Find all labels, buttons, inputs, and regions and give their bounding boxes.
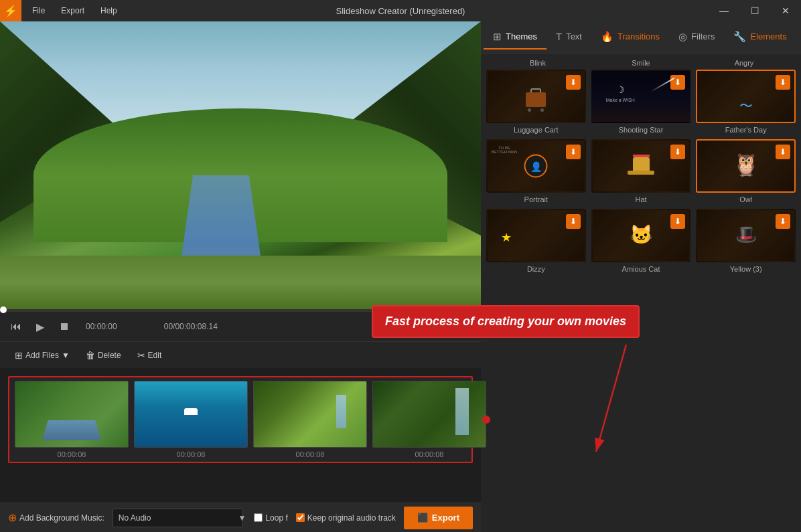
menu-export[interactable]: Export [56, 3, 90, 18]
shooting-star-icon: ☽ Make a WISH [606, 84, 635, 102]
yellow-icon: 🎩 [735, 224, 757, 245]
theme-item-luggage-cart[interactable]: ⬇ Luggage Cart [486, 70, 586, 134]
add-files-label: Add Files [25, 351, 59, 360]
theme-name-hat: Hat [635, 195, 646, 203]
play-prev-button[interactable]: ⏮ [8, 319, 24, 335]
download-badge-6: ⬇ [776, 145, 790, 159]
titlebar: ⚡ File Export Help Slideshow Creator (Un… [0, 0, 801, 21]
menu-file[interactable]: File [27, 3, 50, 18]
close-button[interactable]: ✕ [770, 0, 801, 21]
minimize-button[interactable]: — [709, 0, 739, 21]
delete-label: Delete [98, 351, 121, 360]
theme-thumb-yellow: ⬇ 🎩 [696, 209, 796, 262]
loop-checkbox-group: Loop f [254, 513, 287, 523]
clip-thumbnail-1 [15, 381, 129, 448]
clip-1[interactable]: 00:00:08 [15, 381, 129, 458]
window-controls: — ☐ ✕ [709, 0, 801, 21]
transitions-icon: 🔥 [601, 31, 613, 43]
themes-icon: ⊞ [493, 31, 502, 43]
clip-thumbnail-4 [372, 381, 486, 448]
theme-name-fathers-day: Father's Day [725, 126, 767, 134]
theme-item-yellow[interactable]: ⬇ 🎩 Yellow (3) [696, 209, 796, 273]
stop-button[interactable]: ⏹ [56, 319, 72, 335]
dropdown-arrow-icon: ▼ [62, 351, 70, 360]
preview-image [0, 21, 481, 309]
keep-audio-label: Keep original audio track [307, 513, 396, 523]
add-music-button[interactable]: ⊕ Add Background Music: [8, 511, 104, 524]
play-button[interactable]: ▶ [32, 319, 48, 335]
theme-grid: Blink Smile Angry ⬇ [481, 54, 801, 532]
time-clip: 00/00:00:08.14 [164, 322, 218, 331]
edit-button[interactable]: ✂ Edit [131, 347, 169, 363]
logo-icon: ⚡ [4, 5, 17, 17]
theme-item-fathers-day[interactable]: ⬇ 〜 Father's Day [696, 70, 796, 134]
filters-tab-label: Filters [691, 31, 715, 41]
maximize-button[interactable]: ☐ [739, 0, 770, 21]
theme-name-luggage-cart: Luggage Cart [514, 126, 559, 134]
app-logo: ⚡ [0, 0, 21, 21]
keep-audio-checkbox[interactable] [296, 513, 305, 522]
toolbar: ⊞ Add Files ▼ 🗑 Delete ✂ Edit [0, 341, 481, 368]
loop-checkbox[interactable] [254, 513, 263, 522]
time-current: 00:00:00 [86, 322, 117, 331]
theme-name-amious-cat: Amious Cat [622, 265, 660, 273]
theme-item-hat[interactable]: ⬇ Hat [591, 139, 691, 203]
hat-icon [628, 157, 654, 175]
red-dot-indicator [482, 416, 490, 424]
menu-bar: File Export Help [21, 3, 128, 18]
theme-thumb-amious-cat: ⬇ 🐱 [591, 209, 691, 262]
theme-row-3: ⬇ ★ Dizzy ⬇ 🐱 Amious Cat ⬇ [486, 209, 796, 273]
export-button[interactable]: ⬛ Export [404, 507, 473, 529]
clip-duration-1: 00:00:08 [58, 450, 86, 458]
theme-item-amious-cat[interactable]: ⬇ 🐱 Amious Cat [591, 209, 691, 273]
export-label: Export [432, 513, 459, 523]
delete-button[interactable]: 🗑 Delete [79, 347, 128, 363]
dizzy-icon: ★ [501, 230, 512, 245]
tabs: ⊞ Themes T Text 🔥 Transitions ◎ Filters … [481, 21, 801, 54]
theme-thumb-dizzy: ⬇ ★ [486, 209, 586, 262]
download-badge-7: ⬇ [566, 214, 581, 229]
theme-thumb-hat: ⬇ [591, 139, 691, 193]
portrait-text: TO BEBETTER MAN [491, 146, 518, 154]
tab-text[interactable]: T Text [547, 25, 591, 49]
music-select[interactable]: No Audio [113, 509, 244, 527]
delete-icon: 🗑 [86, 350, 95, 361]
progress-handle[interactable] [0, 306, 7, 313]
theme-row-1-labels: Blink Smile Angry [486, 59, 796, 67]
theme-item-portrait[interactable]: ⬇ TO BEBETTER MAN 👤 Portrait [486, 139, 586, 203]
bottom-bar: ⊕ Add Background Music: No Audio ▼ Loop … [0, 503, 481, 532]
luggage-cart-icon [526, 88, 546, 112]
add-icon: ⊞ [15, 350, 23, 361]
left-panel: ⏮ ▶ ⏹ 00:00:00 00/00:00:08.14 Fast proce… [0, 21, 481, 532]
tab-elements[interactable]: 🔧 Elements [724, 25, 796, 50]
menu-help[interactable]: Help [95, 3, 123, 18]
filters-icon: ◎ [678, 31, 687, 43]
tab-filters[interactable]: ◎ Filters [669, 25, 724, 50]
video-preview [0, 21, 481, 309]
add-music-label: Add Background Music: [19, 513, 104, 523]
theme-label-angry: Angry [695, 59, 793, 67]
time-display: 00:00:00 00/00:00:08.14 [86, 322, 218, 331]
add-files-button[interactable]: ⊞ Add Files ▼ [8, 347, 76, 363]
clip-2[interactable]: 00:00:08 [134, 381, 248, 458]
clip-4[interactable]: 00:00:08 [372, 381, 486, 458]
main-layout: ⏮ ▶ ⏹ 00:00:00 00/00:00:08.14 Fast proce… [0, 21, 801, 532]
right-panel: ⊞ Themes T Text 🔥 Transitions ◎ Filters … [481, 21, 801, 532]
tab-themes[interactable]: ⊞ Themes [484, 25, 547, 50]
transitions-tab-label: Transitions [617, 31, 660, 41]
clip-thumbnail-3 [253, 381, 367, 448]
theme-item-shooting-star[interactable]: ⬇ ☽ Make a WISH Shooting Star [591, 70, 691, 134]
owl-icon: 🦉 [733, 152, 759, 177]
clip-duration-4: 00:00:08 [415, 450, 444, 458]
download-badge-1: ⬇ [566, 75, 581, 90]
theme-item-owl[interactable]: ⬇ 🦉 Owl [696, 139, 796, 203]
theme-item-dizzy[interactable]: ⬇ ★ Dizzy [486, 209, 586, 273]
loop-label: Loop f [265, 513, 287, 523]
theme-name-dizzy: Dizzy [527, 265, 545, 273]
clip-3[interactable]: 00:00:08 [253, 381, 367, 458]
theme-label-blink: Blink [489, 59, 587, 67]
clip-thumbnail-2 [134, 381, 248, 448]
tab-transitions[interactable]: 🔥 Transitions [591, 25, 669, 50]
download-badge-3: ⬇ [776, 75, 790, 90]
download-badge-8: ⬇ [670, 214, 685, 229]
